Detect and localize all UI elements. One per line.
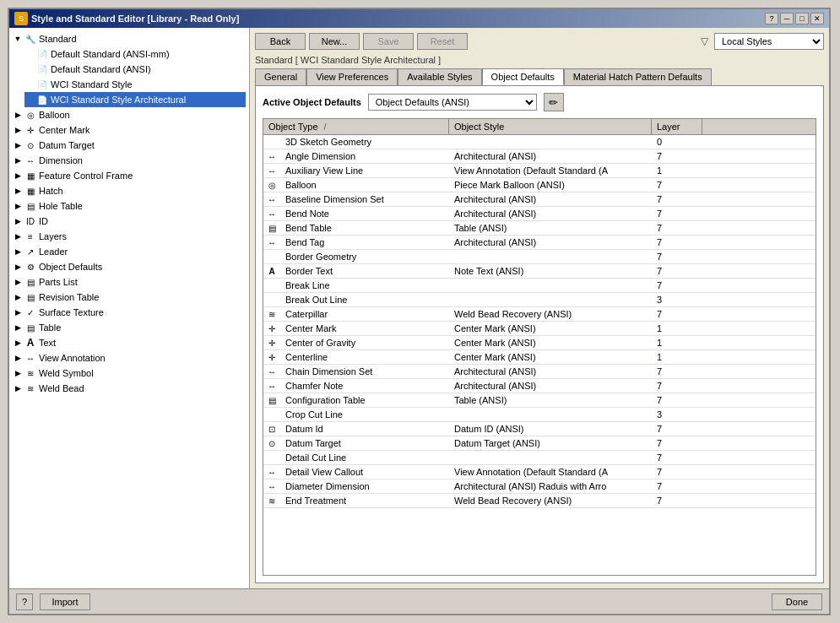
- table-row[interactable]: ↔ Auxiliary View Line View Annotation (D…: [263, 164, 816, 178]
- tree-item-parts-list[interactable]: ▶ ▤ Parts List: [13, 274, 246, 290]
- row-style: [449, 284, 652, 286]
- back-button[interactable]: Back: [255, 33, 306, 50]
- save-button[interactable]: Save: [363, 33, 414, 50]
- table-row[interactable]: Crop Cut Line 3: [263, 408, 816, 422]
- tree-item-weld-bead[interactable]: ▶ ≋ Weld Bead: [13, 381, 246, 396]
- row-layer: 7: [652, 437, 686, 449]
- done-button[interactable]: Done: [772, 593, 822, 610]
- expand-icon: ▶: [13, 231, 23, 241]
- tree-item-id[interactable]: ▶ ID ID: [13, 214, 246, 229]
- table-row[interactable]: ▤ Configuration Table Table (ANSI) 7: [263, 393, 816, 408]
- table-row[interactable]: ↔ Diameter Dimension Architectural (ANSI…: [263, 479, 816, 494]
- tree-root[interactable]: ▼ 🔧 Standard: [13, 31, 246, 46]
- tabs-row: General View Preferences Available Style…: [255, 68, 824, 85]
- tab-general[interactable]: General: [255, 68, 306, 85]
- tree-item-hatch[interactable]: ▶ ▦ Hatch: [13, 183, 246, 198]
- new-button[interactable]: New...: [309, 33, 360, 50]
- import-button[interactable]: Import: [40, 593, 90, 610]
- tree-item-feature-control-frame[interactable]: ▶ ▦ Feature Control Frame: [13, 168, 246, 183]
- table-row[interactable]: Break Line 7: [263, 279, 816, 293]
- table-row[interactable]: ↔ Bend Note Architectural (ANSI) 7: [263, 207, 816, 221]
- revision-table-icon: ▤: [24, 290, 37, 304]
- tree-item-datum-target[interactable]: ▶ ⊙ Datum Target: [13, 138, 246, 153]
- col-header-layer[interactable]: Layer: [652, 119, 702, 134]
- tree-item-hole-table[interactable]: ▶ ▤ Hole Table: [13, 198, 246, 214]
- tree-item-view-annotation[interactable]: ▶ ↔ View Annotation: [13, 350, 246, 366]
- tree-item-table[interactable]: ▶ ▤ Table: [13, 320, 246, 335]
- help-icon-button[interactable]: ?: [16, 593, 33, 610]
- table-row[interactable]: ↔ Angle Dimension Architectural (ANSI) 7: [263, 149, 816, 164]
- main-content: Back New... Save Reset ▽ Local Styles St…: [250, 28, 829, 588]
- col-header-style[interactable]: Object Style: [449, 119, 652, 134]
- table-row[interactable]: ≋ Caterpillar Weld Bead Recovery (ANSI) …: [263, 307, 816, 322]
- tab-available-styles[interactable]: Available Styles: [398, 68, 481, 85]
- reset-button[interactable]: Reset: [417, 33, 468, 50]
- expand-icon: [24, 49, 35, 59]
- col-header-type[interactable]: Object Type /: [263, 119, 449, 134]
- table-row[interactable]: ↔ Chamfer Note Architectural (ANSI) 7: [263, 379, 816, 393]
- tree-label-parts-list: Parts List: [39, 277, 78, 287]
- row-style: [449, 414, 652, 415]
- tree-item-text[interactable]: ▶ A Text: [13, 335, 246, 350]
- leader-icon: ↗: [24, 245, 37, 258]
- title-bar: S Style and Standard Editor [Library - R…: [9, 9, 829, 28]
- row-style: Center Mark (ANSI): [449, 322, 652, 334]
- tree-item-weld-symbol[interactable]: ▶ ≋ Weld Symbol: [13, 366, 246, 381]
- table-row[interactable]: 3D Sketch Geometry 0: [263, 135, 816, 149]
- tree-item-object-defaults[interactable]: ▶ ⚙ Object Defaults: [13, 259, 246, 274]
- tree-label-text: Text: [39, 338, 56, 348]
- tree-label-dimension: Dimension: [39, 155, 83, 165]
- table-body[interactable]: 3D Sketch Geometry 0 ↔ Angle Dimension A…: [263, 135, 816, 572]
- row-type: Bend Note: [280, 208, 449, 219]
- table-row[interactable]: ≋ End Treatment Weld Bead Recovery (ANSI…: [263, 494, 816, 508]
- local-styles-dropdown[interactable]: Local Styles: [714, 33, 824, 50]
- help-button[interactable]: ?: [765, 13, 778, 24]
- table-row[interactable]: ↔ Bend Tag Architectural (ANSI) 7: [263, 236, 816, 250]
- tree-item-balloon[interactable]: ▶ ◎ Balloon: [13, 107, 246, 122]
- tab-material-hatch[interactable]: Material Hatch Pattern Defaults: [564, 68, 712, 85]
- sort-indicator: /: [324, 122, 327, 132]
- minimize-button[interactable]: ─: [780, 13, 794, 24]
- expand-icon: ▶: [13, 338, 23, 348]
- tree-item-default-ansi-mm[interactable]: 📄 Default Standard (ANSI-mm): [24, 46, 246, 62]
- tree-item-layers[interactable]: ▶ ≡ Layers: [13, 229, 246, 244]
- tab-view-preferences[interactable]: View Preferences: [306, 68, 398, 85]
- table-row[interactable]: ✛ Centerline Center Mark (ANSI) 1: [263, 350, 816, 365]
- object-defaults-dropdown[interactable]: Object Defaults (ANSI): [368, 94, 537, 111]
- table-row[interactable]: ✛ Center of Gravity Center Mark (ANSI) 1: [263, 336, 816, 350]
- tree-item-dimension[interactable]: ▶ ↔ Dimension: [13, 153, 246, 168]
- edit-button[interactable]: ✏: [544, 93, 564, 111]
- tab-object-defaults[interactable]: Object Defaults: [482, 68, 564, 85]
- row-style: View Annotation (Default Standard (A: [449, 165, 652, 176]
- tree-item-wci-architectural[interactable]: 📄 WCI Standard Style Architectural: [24, 92, 246, 107]
- row-type: Break Line: [280, 279, 449, 291]
- table-row[interactable]: ↔ Detail View Callout View Annotation (D…: [263, 465, 816, 479]
- table-row[interactable]: Border Geometry 7: [263, 250, 816, 264]
- table-row[interactable]: ✛ Center Mark Center Mark (ANSI) 1: [263, 322, 816, 336]
- tree-item-wci-standard[interactable]: 📄 WCI Standard Style: [24, 77, 246, 92]
- close-button[interactable]: ✕: [810, 13, 824, 24]
- table-row[interactable]: ◎ Balloon Piece Mark Balloon (ANSI) 7: [263, 178, 816, 192]
- std-icon: 📄: [35, 62, 49, 76]
- table-row[interactable]: Detail Cut Line 7: [263, 451, 816, 465]
- row-style: Datum ID (ANSI): [449, 423, 652, 435]
- table-row[interactable]: ▤ Bend Table Table (ANSI) 7: [263, 221, 816, 236]
- table-row[interactable]: A Border Text Note Text (ANSI) 7: [263, 264, 816, 279]
- tree-item-default-ansi[interactable]: 📄 Default Standard (ANSI): [24, 62, 246, 77]
- table-row[interactable]: ⊡ Datum Id Datum ID (ANSI) 7: [263, 422, 816, 436]
- row-icon: [263, 414, 280, 415]
- tree-item-revision-table[interactable]: ▶ ▤ Revision Table: [13, 290, 246, 305]
- table-row[interactable]: ⊙ Datum Target Datum Target (ANSI) 7: [263, 436, 816, 451]
- tree-label-weld-bead: Weld Bead: [39, 383, 84, 393]
- table-row[interactable]: Break Out Line 3: [263, 293, 816, 307]
- tree-item-leader[interactable]: ▶ ↗ Leader: [13, 244, 246, 259]
- tree-item-surface-texture[interactable]: ▶ ✓ Surface Texture: [13, 305, 246, 320]
- expand-icon: ▶: [13, 140, 23, 150]
- row-icon: A: [263, 266, 280, 277]
- tree-label-wci-architectural: WCI Standard Style Architectural: [51, 95, 186, 105]
- row-style: [449, 256, 652, 257]
- tree-item-center-mark[interactable]: ▶ ✛ Center Mark: [13, 122, 246, 138]
- maximize-button[interactable]: □: [795, 13, 809, 24]
- table-row[interactable]: ↔ Baseline Dimension Set Architectural (…: [263, 192, 816, 207]
- table-row[interactable]: ↔ Chain Dimension Set Architectural (ANS…: [263, 365, 816, 379]
